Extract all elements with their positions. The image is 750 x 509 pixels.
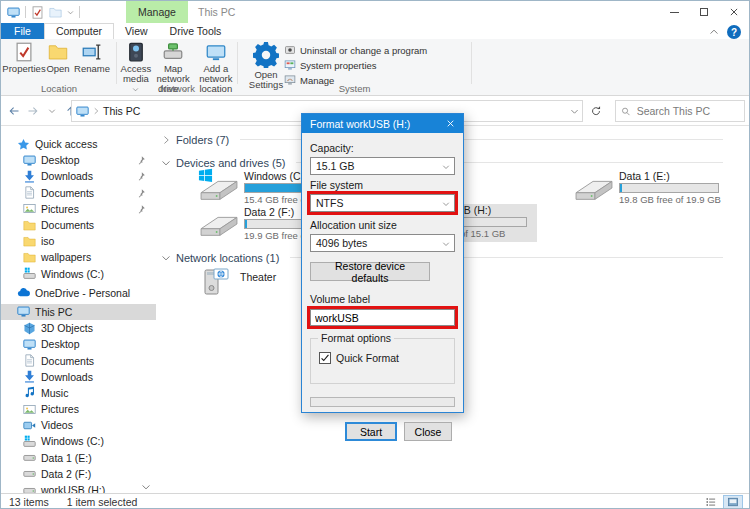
ribbon-group-network: Access media Map network drive Add a net… — [117, 39, 238, 95]
divider — [79, 6, 80, 18]
sidebar-item-this-pc[interactable]: This PC — [1, 304, 156, 320]
sidebar-item-pictures-pc[interactable]: Pictures — [1, 401, 156, 417]
sidebar-scroll-down-icon[interactable] — [140, 482, 152, 492]
back-button[interactable] — [5, 102, 22, 120]
restore-defaults-button[interactable]: Restore device defaults — [310, 262, 430, 281]
chevron-down-icon[interactable] — [161, 158, 171, 168]
details-view-button[interactable] — [701, 495, 721, 509]
refresh-button[interactable] — [587, 103, 605, 119]
sidebar-item-quick-access[interactable]: Quick access — [1, 136, 156, 152]
recent-locations-button[interactable] — [43, 102, 60, 120]
sidebar-item-data1-e[interactable]: Data 1 (E:) — [1, 450, 156, 466]
start-button[interactable]: Start — [345, 422, 397, 441]
pin-icon[interactable] — [136, 204, 146, 214]
tab-view[interactable]: View — [114, 23, 159, 39]
dialog-close-button[interactable] — [437, 114, 463, 133]
status-bar: 13 items 1 item selected — [1, 493, 749, 509]
breadcrumb[interactable]: This PC — [103, 105, 140, 117]
document-icon — [23, 186, 36, 199]
drive-tile-data1-e[interactable]: Data 1 (E:) 19.8 GB free of 19.9 GB — [571, 170, 731, 206]
drive-icon — [571, 171, 617, 205]
system-properties-button[interactable]: System properties — [284, 58, 427, 72]
sidebar-item-documents-folder[interactable]: Documents — [1, 217, 156, 233]
capacity-label: Capacity: — [310, 142, 455, 154]
sidebar-item-onedrive[interactable]: OneDrive - Personal — [1, 285, 156, 301]
sidebar-item-windows-c[interactable]: Windows (C:) — [1, 266, 156, 282]
forward-icon — [27, 105, 39, 117]
file-explorer-window: Manage This PC File Computer View Drive … — [0, 0, 750, 509]
sidebar-item-wallpapers[interactable]: wallpapers — [1, 249, 156, 265]
dialog-titlebar[interactable]: Format workUSB (H:) — [302, 114, 463, 133]
address-dropdown-icon[interactable] — [570, 107, 579, 116]
sidebar-item-pictures[interactable]: Pictures — [1, 201, 156, 217]
capacity-select[interactable]: 15.1 GB — [310, 157, 455, 175]
sidebar-item-desktop[interactable]: Desktop — [1, 152, 156, 168]
thumbnail-view-icon — [727, 496, 739, 508]
collapse-ribbon-icon[interactable] — [709, 27, 719, 37]
close-icon — [446, 119, 455, 128]
pin-icon[interactable] — [136, 188, 146, 198]
sidebar-item-downloads[interactable]: Downloads — [1, 168, 156, 184]
new-folder-qat-icon[interactable] — [49, 6, 62, 19]
tab-drive-tools[interactable]: Drive Tools — [159, 23, 233, 39]
desktop-icon — [23, 338, 36, 351]
manage-contextual-tab[interactable]: Manage — [126, 1, 188, 23]
drive-icon — [23, 484, 36, 493]
open-button[interactable]: Open — [43, 41, 73, 74]
sidebar-item-3d-objects[interactable]: 3D Objects — [1, 320, 156, 336]
sidebar-item-music[interactable]: Music — [1, 385, 156, 401]
this-pc-icon — [17, 305, 30, 318]
tab-file[interactable]: File — [1, 23, 44, 39]
sidebar-item-windows-c-pc[interactable]: Windows (C:) — [1, 433, 156, 449]
list-view-icon — [705, 496, 717, 508]
open-folder-icon — [48, 42, 68, 62]
tab-computer[interactable]: Computer — [44, 23, 114, 39]
qat-customize-icon[interactable] — [67, 9, 74, 16]
allocation-select[interactable]: 4096 bytes — [310, 234, 455, 252]
refresh-icon — [590, 105, 602, 117]
properties-qat-icon[interactable] — [31, 6, 44, 19]
chevron-right-icon[interactable] — [161, 135, 171, 145]
ribbon-tabs: File Computer View Drive Tools — [1, 23, 749, 39]
search-input[interactable] — [635, 104, 739, 118]
sidebar-item-videos[interactable]: Videos — [1, 417, 156, 433]
format-dialog: Format workUSB (H:) Capacity: 15.1 GB Fi… — [301, 113, 464, 413]
close-dialog-button[interactable]: Close — [404, 422, 452, 441]
sidebar-item-downloads-pc[interactable]: Downloads — [1, 369, 156, 385]
sidebar-item-documents[interactable]: Documents — [1, 185, 156, 201]
check-icon — [320, 353, 330, 363]
pin-icon[interactable] — [136, 171, 146, 181]
windows-drive-icon — [23, 435, 36, 448]
drive-icon — [196, 207, 242, 241]
chevron-down-icon[interactable] — [161, 253, 171, 263]
sidebar-item-iso[interactable]: iso — [1, 233, 156, 249]
document-icon — [23, 354, 36, 367]
maximize-button[interactable] — [689, 1, 719, 23]
minimize-button[interactable] — [659, 1, 689, 23]
close-button[interactable] — [719, 1, 749, 23]
divider — [471, 42, 472, 84]
sidebar-item-desktop-pc[interactable]: Desktop — [1, 336, 156, 352]
sidebar-item-documents-pc[interactable]: Documents — [1, 352, 156, 368]
quick-access-toolbar — [7, 1, 80, 23]
pin-icon[interactable] — [136, 155, 146, 165]
rename-button[interactable]: Rename — [73, 41, 111, 74]
help-icon[interactable]: ? — [727, 25, 741, 39]
windows-drive-icon — [196, 171, 242, 205]
volume-label-input[interactable] — [310, 309, 455, 326]
this-pc-icon — [7, 6, 20, 19]
sidebar-item-data2-f[interactable]: Data 2 (F:) — [1, 466, 156, 482]
large-icons-view-button[interactable] — [723, 495, 743, 509]
properties-button[interactable]: Properties — [5, 41, 43, 74]
uninstall-program-button[interactable]: Uninstall or change a program — [284, 43, 427, 57]
folder-icon — [23, 251, 36, 264]
ribbon-group-system: Open Settings Uninstall or change a prog… — [238, 39, 471, 95]
media-server-icon — [126, 42, 146, 62]
forward-button[interactable] — [24, 102, 41, 120]
quick-format-checkbox[interactable] — [319, 352, 331, 364]
search-icon — [621, 106, 631, 117]
sidebar-item-workusb-h[interactable]: workUSB (H:) — [1, 482, 156, 493]
uninstall-icon — [284, 44, 296, 56]
system-properties-icon — [284, 59, 296, 71]
file-system-select[interactable]: NTFS — [310, 194, 455, 212]
